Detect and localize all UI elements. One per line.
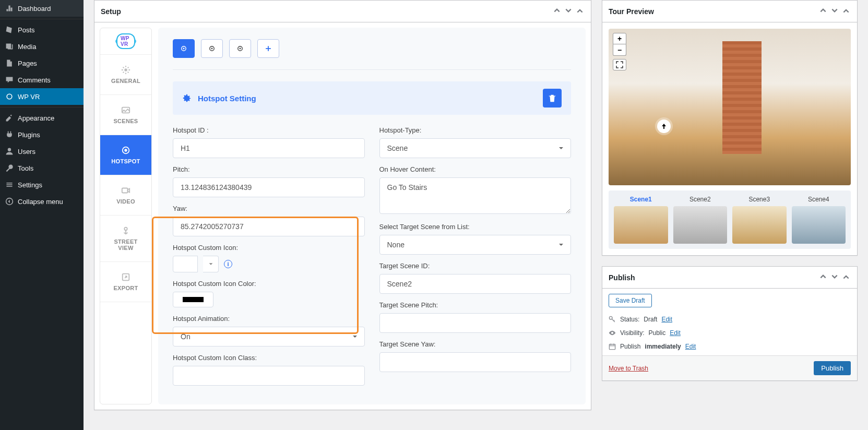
hotspot-id-input[interactable] [173,138,365,158]
preview-toggle-icon[interactable] [841,6,851,17]
key-icon [609,316,616,323]
status-edit-link[interactable]: Edit [661,316,672,323]
field-target-pitch: Target Scene Pitch: [379,301,572,333]
label: Target Scene ID: [379,262,572,270]
tab-scenes[interactable]: SCENES [100,95,151,135]
menu-label: Posts [18,26,35,34]
menu-dashboard[interactable]: Dashboard [0,0,84,17]
menu-tools[interactable]: Tools [0,160,84,176]
menu-plugins[interactable]: Plugins [0,126,84,143]
menu-users[interactable]: Users [0,143,84,160]
icon-swatch[interactable] [173,256,198,272]
publish-button[interactable]: Publish [814,361,851,375]
target-scene-select[interactable]: None [379,235,572,255]
tab-label: EXPORT [113,285,138,291]
menu-posts[interactable]: Posts [0,21,84,38]
scene-thumb-1[interactable]: Scene1 [614,196,668,244]
hotspot-setting-title: Hotspot Setting [198,94,256,103]
color-picker[interactable] [173,292,213,307]
tab-label: VIDEO [116,198,135,205]
preview-scene-render [722,41,762,154]
svg-point-8 [124,228,127,230]
field-target-id: Target Scene ID: [379,262,572,294]
tab-video[interactable]: VIDEO [100,175,151,216]
thumb-label: Scene4 [792,196,846,203]
svg-point-3 [124,68,127,71]
scene-thumb-2[interactable]: Scene2 [673,196,728,244]
target-id-input[interactable] [379,274,572,294]
svg-rect-17 [609,344,615,350]
move-to-trash-link[interactable]: Move to Trash [609,365,648,372]
thumb-image [732,206,787,244]
thumb-label: Scene2 [673,196,728,203]
field-pitch: Pitch: [173,165,365,197]
label: Hotspot Custom Icon Color: [173,280,365,288]
menu-settings[interactable]: Settings [0,176,84,193]
hotspot-type-select[interactable]: Scene [379,138,572,158]
scene-thumb-3[interactable]: Scene3 [732,196,787,244]
visibility-edit-link[interactable]: Edit [670,329,681,337]
field-yaw: Yaw: [173,205,365,236]
setup-down-icon[interactable] [564,6,573,17]
publish-down-icon[interactable] [830,272,839,283]
scene-thumbnails: Scene1 Scene2 Scene3 Scene4 [609,190,851,249]
publish-edit-link[interactable]: Edit [685,343,696,350]
tour-preview-viewport[interactable]: + − [609,29,851,185]
hotspot-marker[interactable] [657,120,671,133]
tab-street-view[interactable]: STREET VIEW [100,216,151,262]
pitch-input[interactable] [173,177,365,197]
menu-collapse[interactable]: Collapse menu [0,193,84,210]
preview-down-icon[interactable] [830,6,839,17]
setup-up-icon[interactable] [552,6,562,17]
menu-appearance[interactable]: Appearance [0,110,84,126]
svg-point-5 [124,149,127,151]
svg-point-1 [8,148,11,151]
icon-dropdown[interactable] [203,256,219,272]
delete-hotspot-button[interactable] [543,89,562,108]
publish-toggle-icon[interactable] [841,272,851,283]
zoom-in-button[interactable]: + [613,33,626,44]
zoom-out-button[interactable]: − [613,44,626,56]
svg-point-13 [211,48,213,50]
fullscreen-button[interactable] [613,59,626,70]
tab-label: STREET VIEW [114,238,137,251]
menu-wpvr[interactable]: WP VR [0,88,84,105]
setup-metabox: Setup WP VR GENERAL SCENES HOTSPOT VIDEO [94,0,591,410]
scene-thumb-4[interactable]: Scene4 [792,196,846,244]
setup-toggle-icon[interactable] [575,6,585,17]
hotspot-panel: Hotspot Setting Hotspot ID : Pi [158,28,586,404]
save-draft-button[interactable]: Save Draft [609,294,652,307]
yaw-input[interactable] [173,217,365,236]
tab-logo: WP VR [100,28,151,55]
hotspot-tab-1[interactable] [173,39,195,58]
hotspot-tab-2[interactable] [201,39,223,58]
target-pitch-input[interactable] [379,313,572,333]
logo-badge: WP VR [116,33,135,49]
setup-title: Setup [101,7,121,16]
label: Hotspot ID : [173,126,365,134]
svg-point-16 [609,316,612,319]
info-icon[interactable]: i [224,260,232,268]
animation-select[interactable]: On [173,327,365,347]
label: Target Scene Pitch: [379,301,572,309]
on-hover-textarea[interactable]: Go To Stairs [379,177,572,214]
tab-hotspot[interactable]: HOTSPOT [100,135,151,175]
icon-class-input[interactable] [173,366,365,386]
menu-label: Settings [18,181,42,189]
calendar-icon [609,343,616,350]
hotspot-nav [173,39,571,58]
field-custom-icon: Hotspot Custom Icon: i [173,244,365,272]
arrow-up-icon [661,123,667,129]
menu-pages[interactable]: Pages [0,55,84,71]
menu-comments[interactable]: Comments [0,71,84,88]
publish-up-icon[interactable] [818,272,828,283]
tab-export[interactable]: EXPORT [100,262,151,302]
tab-general[interactable]: GENERAL [100,55,151,95]
target-yaw-input[interactable] [379,352,572,372]
value: immediately [645,343,681,350]
hotspot-add-button[interactable] [257,39,279,58]
preview-up-icon[interactable] [818,6,828,17]
hotspot-tab-3[interactable] [229,39,251,58]
menu-media[interactable]: Media [0,38,84,55]
setup-tabs: WP VR GENERAL SCENES HOTSPOT VIDEO STREE… [100,28,152,404]
